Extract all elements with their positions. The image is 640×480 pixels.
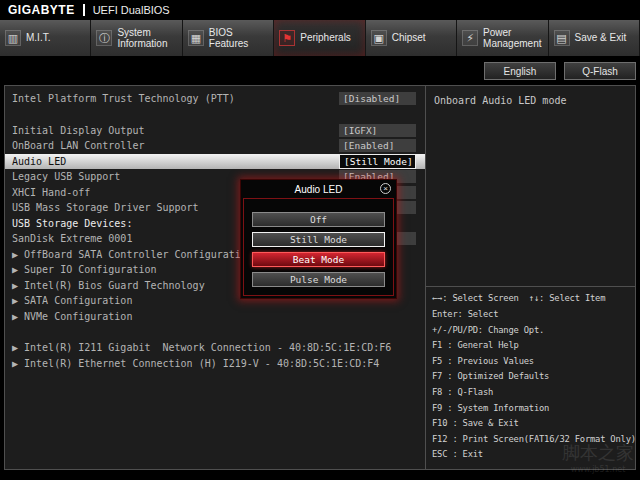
tab-label: Peripherals <box>300 32 351 44</box>
key-help-line: F10 : Save & Exit <box>432 416 629 432</box>
tab[interactable]: ▥ M.I.T. <box>0 20 91 56</box>
setting-row[interactable]: ▶ NVMe Configuration <box>5 309 425 325</box>
system-information-icon: ⓘ <box>96 30 112 46</box>
tab[interactable]: ⓘ System Information <box>91 20 182 56</box>
setting-row[interactable]: OnBoard LAN Controller [Enabled] <box>5 138 425 154</box>
tab[interactable]: ▤ Save & Exit <box>549 20 640 56</box>
dialog-option[interactable]: Beat Mode <box>252 252 385 267</box>
audio-led-dialog: Audio LED × Off Still Mode Beat Mode Pul… <box>240 179 397 299</box>
setting-label: Initial Display Output <box>12 125 144 136</box>
title-bar: GIGABYTE UEFI DualBIOS <box>0 0 640 20</box>
dialog-title: Audio LED <box>295 184 343 195</box>
setting-label: USB Storage Devices: <box>12 218 132 229</box>
setting-row[interactable]: ▶ Intel(R) Ethernet Connection (H) I219-… <box>5 356 425 372</box>
tab-label: Save & Exit <box>575 32 627 44</box>
setting-row[interactable]: ▶ Intel(R) I211 Gigabit Network Connecti… <box>5 340 425 356</box>
setting-label: USB Mass Storage Driver Support <box>12 202 199 213</box>
key-help: ←→: Select Screen ↑↓: Select Item Enter:… <box>426 286 635 469</box>
key-help-line: F1 : General Help <box>432 338 629 354</box>
setting-label: ▶ Intel(R) Ethernet Connection (H) I219-… <box>12 358 379 369</box>
tab-bar: ▥ M.I.T. ⓘ System Information ▦ BIOS Fea… <box>0 20 640 56</box>
key-help-line: F12 : Print Screen(FAT16/32 Format Only) <box>432 432 629 448</box>
language-button[interactable]: English <box>484 62 556 80</box>
setting-label: ▶ NVMe Configuration <box>12 311 132 322</box>
audio-led-options: Off Still Mode Beat Mode Pulse Mode <box>243 198 394 296</box>
setting-value[interactable]: [Enabled] <box>339 139 416 152</box>
key-help-line: Enter: Select <box>432 307 629 323</box>
titlebar-divider <box>83 4 85 16</box>
setting-row[interactable]: Intel Platform Trust Technology (PTT) [D… <box>5 91 425 107</box>
setting-label: ▶ Super IO Configuration <box>12 264 157 275</box>
tab[interactable]: ▦ BIOS Features <box>183 20 274 56</box>
setting-label: Legacy USB Support <box>12 171 120 182</box>
item-help-text: Onboard Audio LED mode <box>426 86 635 286</box>
key-help-line: ESC : Exit <box>432 447 629 463</box>
setting-label: OnBoard LAN Controller <box>12 140 144 151</box>
setting-row[interactable]: Audio LED [Still Mode] <box>5 154 425 170</box>
tab-label: Chipset <box>392 32 426 44</box>
tab-label: System Information <box>117 27 176 50</box>
key-help-line: F8 : Q-Flash <box>432 385 629 401</box>
gigabyte-logo: GIGABYTE <box>8 3 75 17</box>
qflash-button[interactable]: Q-Flash <box>564 62 636 80</box>
dialog-title-bar: Audio LED × <box>241 180 396 198</box>
tab-label: Power Management <box>483 27 542 50</box>
tab[interactable]: ⚑ Peripherals <box>274 20 365 56</box>
key-help-line: F9 : System Information <box>432 401 629 417</box>
tab[interactable]: ▣ Chipset <box>366 20 457 56</box>
bios-features-icon: ▦ <box>188 30 204 46</box>
setting-value[interactable]: [Disabled] <box>339 92 416 105</box>
tab[interactable]: ⚡ Power Management <box>457 20 548 56</box>
setting-label: SanDisk Extreme 0001 <box>12 233 132 244</box>
key-help-line: F7 : Optimized Defaults <box>432 369 629 385</box>
setting-label: Audio LED <box>12 156 66 167</box>
save-exit-icon: ▤ <box>554 30 570 46</box>
dialog-option[interactable]: Pulse Mode <box>252 272 385 287</box>
setting-value[interactable]: [Still Mode] <box>339 154 416 169</box>
quick-bar: English Q-Flash <box>0 56 640 85</box>
chipset-icon: ▣ <box>371 30 387 46</box>
peripherals-icon: ⚑ <box>279 30 295 46</box>
help-panel: Onboard Audio LED mode ←→: Select Screen… <box>426 86 635 469</box>
setting-label: ▶ Intel(R) Bios Guard Technology <box>12 280 205 291</box>
setting-value[interactable]: [IGFX] <box>339 124 416 137</box>
setting-label: ▶ SATA Configuration <box>12 295 132 306</box>
setting-row[interactable]: Initial Display Output [IGFX] <box>5 123 425 139</box>
dialog-option[interactable]: Off <box>252 212 385 227</box>
setting-label: ▶ OffBoard SATA Controller Configuration <box>12 249 253 260</box>
key-help-line: F5 : Previous Values <box>432 354 629 370</box>
mit-icon: ▥ <box>5 30 21 46</box>
key-help-line: ←→: Select Screen ↑↓: Select Item <box>432 291 629 307</box>
power-management-icon: ⚡ <box>462 30 478 46</box>
setting-label: Intel Platform Trust Technology (PTT) <box>12 93 235 104</box>
close-icon[interactable]: × <box>380 183 391 194</box>
tab-label: M.I.T. <box>26 32 50 44</box>
product-title: UEFI DualBIOS <box>93 4 170 16</box>
setting-label: ▶ Intel(R) I211 Gigabit Network Connecti… <box>12 342 391 353</box>
setting-label: XHCI Hand-off <box>12 187 90 198</box>
key-help-line: +/-/PU/PD: Change Opt. <box>432 323 629 339</box>
dialog-option[interactable]: Still Mode <box>252 232 385 247</box>
tab-label: BIOS Features <box>209 27 268 50</box>
